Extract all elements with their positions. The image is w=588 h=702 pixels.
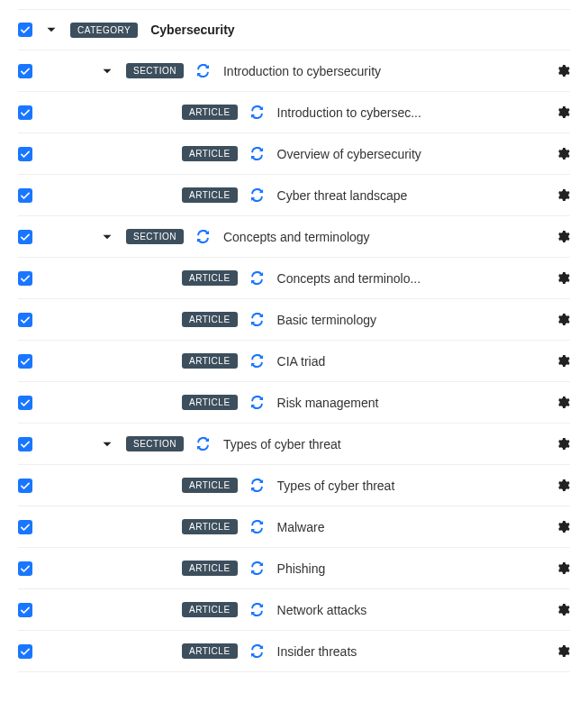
row-label[interactable]: Malware bbox=[277, 520, 547, 534]
checkbox[interactable] bbox=[18, 271, 32, 286]
checkbox[interactable] bbox=[18, 520, 32, 534]
category-badge: CATEGORY bbox=[70, 23, 138, 38]
row-label[interactable]: Cybersecurity bbox=[150, 23, 570, 37]
gear-icon[interactable] bbox=[556, 479, 570, 493]
sync-icon[interactable] bbox=[250, 271, 265, 286]
tree-row-article: ARTICLEBasic terminology bbox=[18, 299, 570, 341]
row-label[interactable]: Phishing bbox=[277, 561, 547, 576]
row-label[interactable]: Introduction to cybersecurity bbox=[223, 64, 547, 78]
sync-icon[interactable] bbox=[250, 396, 265, 410]
gear-icon[interactable] bbox=[556, 313, 570, 327]
checkbox[interactable] bbox=[18, 561, 32, 576]
row-label[interactable]: Types of cyber threat bbox=[223, 437, 547, 451]
sync-icon[interactable] bbox=[250, 147, 265, 161]
checkbox[interactable] bbox=[18, 64, 32, 78]
article-badge: ARTICLE bbox=[182, 146, 238, 161]
tree-row-article: ARTICLENetwork attacks bbox=[18, 589, 570, 631]
chevron-down-icon[interactable] bbox=[101, 231, 113, 243]
tree-row-article: ARTICLEOverview of cybersecurity bbox=[18, 133, 570, 175]
sync-icon[interactable] bbox=[250, 105, 265, 120]
article-badge: ARTICLE bbox=[182, 353, 238, 369]
gear-icon[interactable] bbox=[556, 64, 570, 78]
section-badge: SECTION bbox=[126, 436, 184, 451]
chevron-down-icon[interactable] bbox=[45, 23, 58, 36]
sync-icon[interactable] bbox=[196, 437, 211, 451]
sync-icon[interactable] bbox=[250, 313, 265, 327]
article-badge: ARTICLE bbox=[182, 519, 238, 534]
row-label[interactable]: CIA triad bbox=[277, 354, 547, 369]
sync-icon[interactable] bbox=[250, 561, 265, 576]
tree-row-article: ARTICLEIntroduction to cybersec... bbox=[18, 92, 570, 133]
gear-icon[interactable] bbox=[556, 230, 570, 244]
row-label[interactable]: Network attacks bbox=[277, 603, 547, 617]
row-label[interactable]: Concepts and terminology bbox=[223, 230, 547, 244]
sync-icon[interactable] bbox=[250, 644, 265, 659]
row-label[interactable]: Cyber threat landscape bbox=[277, 188, 547, 203]
article-badge: ARTICLE bbox=[182, 478, 238, 493]
sync-icon[interactable] bbox=[250, 520, 265, 534]
gear-icon[interactable] bbox=[556, 188, 570, 203]
sync-icon[interactable] bbox=[196, 64, 211, 78]
tree-row-article: ARTICLECyber threat landscape bbox=[18, 175, 570, 216]
article-badge: ARTICLE bbox=[182, 395, 238, 410]
row-label[interactable]: Basic terminology bbox=[277, 313, 547, 327]
gear-icon[interactable] bbox=[556, 644, 570, 659]
checkbox[interactable] bbox=[18, 105, 32, 120]
article-badge: ARTICLE bbox=[182, 561, 238, 576]
sync-icon[interactable] bbox=[250, 603, 265, 617]
article-badge: ARTICLE bbox=[182, 602, 238, 617]
row-label[interactable]: Introduction to cybersec... bbox=[277, 105, 547, 120]
checkbox[interactable] bbox=[18, 23, 32, 37]
sync-icon[interactable] bbox=[250, 354, 265, 369]
checkbox[interactable] bbox=[18, 313, 32, 327]
tree-row-section: SECTIONIntroduction to cybersecurity bbox=[18, 50, 570, 92]
article-badge: ARTICLE bbox=[182, 105, 238, 120]
gear-icon[interactable] bbox=[556, 271, 570, 286]
tree-row-article: ARTICLECIA triad bbox=[18, 341, 570, 382]
checkbox[interactable] bbox=[18, 354, 32, 369]
tree-row-article: ARTICLEConcepts and terminolo... bbox=[18, 258, 570, 299]
article-badge: ARTICLE bbox=[182, 187, 238, 203]
row-label[interactable]: Insider threats bbox=[277, 644, 547, 659]
row-label[interactable]: Concepts and terminolo... bbox=[277, 271, 547, 286]
section-badge: SECTION bbox=[126, 229, 184, 244]
checkbox[interactable] bbox=[18, 188, 32, 203]
gear-icon[interactable] bbox=[556, 147, 570, 161]
tree-row-article: ARTICLEInsider threats bbox=[18, 631, 570, 672]
section-badge: SECTION bbox=[126, 63, 184, 78]
checkbox[interactable] bbox=[18, 644, 32, 659]
article-badge: ARTICLE bbox=[182, 270, 238, 286]
chevron-down-icon[interactable] bbox=[101, 65, 113, 77]
sync-icon[interactable] bbox=[196, 230, 211, 244]
tree-row-section: SECTIONTypes of cyber threat bbox=[18, 424, 570, 465]
gear-icon[interactable] bbox=[556, 561, 570, 576]
checkbox[interactable] bbox=[18, 396, 32, 410]
sync-icon[interactable] bbox=[250, 479, 265, 493]
tree-row-article: ARTICLEMalware bbox=[18, 506, 570, 548]
content-tree: CATEGORYCybersecuritySECTIONIntroduction… bbox=[0, 0, 588, 681]
tree-row-article: ARTICLETypes of cyber threat bbox=[18, 465, 570, 506]
tree-row-section: SECTIONConcepts and terminology bbox=[18, 216, 570, 258]
checkbox[interactable] bbox=[18, 147, 32, 161]
tree-row-article: ARTICLERisk management bbox=[18, 382, 570, 424]
chevron-down-icon[interactable] bbox=[101, 438, 113, 451]
row-label[interactable]: Risk management bbox=[277, 396, 547, 410]
gear-icon[interactable] bbox=[556, 603, 570, 617]
article-badge: ARTICLE bbox=[182, 643, 238, 659]
article-badge: ARTICLE bbox=[182, 312, 238, 327]
gear-icon[interactable] bbox=[556, 105, 570, 120]
checkbox[interactable] bbox=[18, 479, 32, 493]
row-label[interactable]: Overview of cybersecurity bbox=[277, 147, 547, 161]
checkbox[interactable] bbox=[18, 603, 32, 617]
gear-icon[interactable] bbox=[556, 520, 570, 534]
tree-row-article: ARTICLEPhishing bbox=[18, 548, 570, 589]
row-label[interactable]: Types of cyber threat bbox=[277, 479, 547, 493]
gear-icon[interactable] bbox=[556, 437, 570, 451]
gear-icon[interactable] bbox=[556, 396, 570, 410]
tree-row-category: CATEGORYCybersecurity bbox=[18, 9, 570, 50]
sync-icon[interactable] bbox=[250, 188, 265, 203]
checkbox[interactable] bbox=[18, 230, 32, 244]
gear-icon[interactable] bbox=[556, 354, 570, 369]
checkbox[interactable] bbox=[18, 437, 32, 451]
